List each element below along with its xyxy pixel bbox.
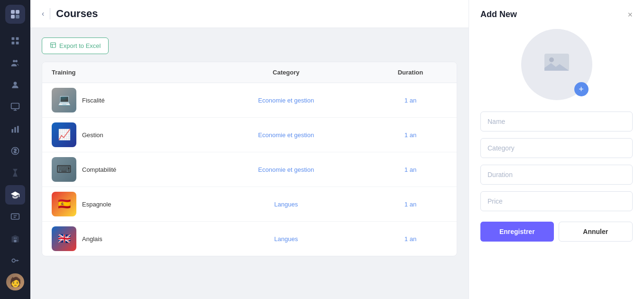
training-name: Gestion bbox=[82, 131, 103, 139]
svg-rect-3 bbox=[16, 15, 19, 19]
duration-value: 1 an bbox=[405, 235, 416, 243]
image-placeholder-icon bbox=[543, 51, 570, 78]
sidebar-item-hourglass[interactable] bbox=[5, 163, 25, 182]
svg-rect-17 bbox=[14, 238, 15, 239]
page-title: Courses bbox=[56, 8, 98, 20]
sidebar: 🧑 bbox=[0, 0, 30, 299]
category-link[interactable]: Economie et gestion bbox=[258, 166, 314, 173]
category-link[interactable]: Economie et gestion bbox=[258, 97, 314, 104]
svg-rect-18 bbox=[16, 238, 17, 239]
cell-category: Langues bbox=[208, 222, 364, 256]
cell-duration: 1 an bbox=[364, 222, 457, 256]
panel-close-button[interactable]: × bbox=[627, 10, 633, 19]
svg-rect-11 bbox=[11, 103, 19, 109]
add-image-button[interactable]: + bbox=[574, 82, 589, 96]
sidebar-item-billing[interactable] bbox=[5, 141, 25, 160]
panel-footer: Enregistrer Annuler bbox=[480, 222, 633, 242]
duration-value: 1 an bbox=[405, 166, 416, 173]
cell-duration: 1 an bbox=[364, 152, 457, 187]
cell-training: 💻 Fiscalité bbox=[42, 83, 208, 118]
duration-input[interactable] bbox=[480, 165, 633, 185]
svg-rect-13 bbox=[14, 127, 16, 132]
price-input[interactable] bbox=[480, 191, 633, 211]
training-name: Comptabilité bbox=[82, 166, 116, 173]
training-thumbnail: ⌨ bbox=[52, 157, 76, 182]
sidebar-item-certificate[interactable] bbox=[5, 207, 25, 226]
content-area: Export to Excel Training Category Durati… bbox=[30, 28, 469, 299]
panel-header: Add New × bbox=[480, 9, 633, 19]
cell-duration: 1 an bbox=[364, 187, 457, 222]
sidebar-item-users[interactable] bbox=[5, 75, 25, 94]
training-name: Fiscalité bbox=[82, 97, 105, 104]
training-thumbnail: 🇬🇧 bbox=[52, 226, 76, 251]
sidebar-item-monitor[interactable] bbox=[5, 97, 25, 116]
table-row: 🇬🇧 Anglais Langues 1 an bbox=[42, 222, 457, 256]
training-name: Anglais bbox=[82, 235, 102, 243]
category-link[interactable]: Economie et gestion bbox=[258, 131, 314, 139]
svg-rect-12 bbox=[12, 129, 13, 133]
price-field bbox=[480, 191, 633, 211]
svg-rect-7 bbox=[16, 42, 19, 45]
cell-duration: 1 an bbox=[364, 118, 457, 152]
svg-rect-16 bbox=[11, 214, 19, 219]
category-input[interactable] bbox=[480, 138, 633, 158]
add-new-panel: Add New × + Enregistrer Annuler bbox=[469, 0, 644, 299]
cell-training: ⌨ Comptabilité bbox=[42, 152, 208, 187]
sidebar-item-building[interactable] bbox=[5, 229, 25, 248]
category-link[interactable]: Langues bbox=[274, 235, 298, 243]
sidebar-item-group[interactable] bbox=[5, 54, 25, 73]
cell-training: 🇬🇧 Anglais bbox=[42, 222, 208, 256]
cell-training: 📈 Gestion bbox=[42, 118, 208, 152]
svg-rect-4 bbox=[12, 37, 15, 40]
cell-category: Langues bbox=[208, 187, 364, 222]
duration-value: 1 an bbox=[405, 97, 416, 104]
cell-category: Economie et gestion bbox=[208, 152, 364, 187]
training-thumbnail: 📈 bbox=[52, 122, 76, 147]
toolbar: Export to Excel bbox=[42, 37, 457, 54]
header: ‹ Courses bbox=[30, 0, 469, 28]
courses-table: Training Category Duration 💻 Fiscalité E… bbox=[42, 62, 457, 256]
table-row: 💻 Fiscalité Economie et gestion 1 an bbox=[42, 83, 457, 118]
avatar[interactable]: 🧑 bbox=[6, 273, 24, 290]
svg-point-19 bbox=[12, 259, 15, 262]
svg-point-22 bbox=[549, 57, 554, 62]
sidebar-item-dashboard[interactable] bbox=[5, 31, 25, 50]
svg-rect-0 bbox=[11, 10, 15, 14]
name-input[interactable] bbox=[480, 112, 633, 131]
training-name: Espagnole bbox=[82, 201, 111, 208]
category-link[interactable]: Langues bbox=[274, 201, 298, 208]
name-field bbox=[480, 112, 633, 131]
cell-category: Economie et gestion bbox=[208, 118, 364, 152]
export-icon bbox=[50, 42, 56, 50]
save-button[interactable]: Enregistrer bbox=[480, 222, 554, 242]
svg-point-10 bbox=[14, 82, 17, 85]
svg-point-9 bbox=[15, 60, 18, 62]
sidebar-item-key[interactable] bbox=[5, 251, 25, 270]
duration-value: 1 an bbox=[405, 201, 416, 208]
export-button[interactable]: Export to Excel bbox=[42, 37, 109, 54]
header-divider bbox=[50, 8, 50, 19]
duration-value: 1 an bbox=[405, 131, 416, 139]
svg-rect-2 bbox=[11, 15, 15, 19]
duration-field bbox=[480, 165, 633, 185]
sidebar-item-courses[interactable] bbox=[5, 185, 25, 204]
sidebar-logo bbox=[5, 5, 25, 24]
col-training: Training bbox=[42, 62, 208, 83]
svg-rect-14 bbox=[17, 126, 18, 132]
panel-title: Add New bbox=[480, 9, 517, 19]
svg-point-8 bbox=[13, 60, 15, 62]
cancel-button[interactable]: Annuler bbox=[559, 222, 633, 242]
training-thumbnail: 💻 bbox=[52, 88, 76, 112]
svg-rect-1 bbox=[16, 10, 19, 14]
sidebar-item-chart[interactable] bbox=[5, 119, 25, 138]
back-button[interactable]: ‹ bbox=[42, 9, 44, 18]
col-category: Category bbox=[208, 62, 364, 83]
table-row: ⌨ Comptabilité Economie et gestion 1 an bbox=[42, 152, 457, 187]
table-row: 📈 Gestion Economie et gestion 1 an bbox=[42, 118, 457, 152]
svg-rect-5 bbox=[16, 37, 19, 40]
svg-rect-6 bbox=[12, 42, 15, 45]
table-header-row: Training Category Duration bbox=[42, 62, 457, 83]
col-duration: Duration bbox=[364, 62, 457, 83]
cell-duration: 1 an bbox=[364, 83, 457, 118]
category-field bbox=[480, 138, 633, 158]
